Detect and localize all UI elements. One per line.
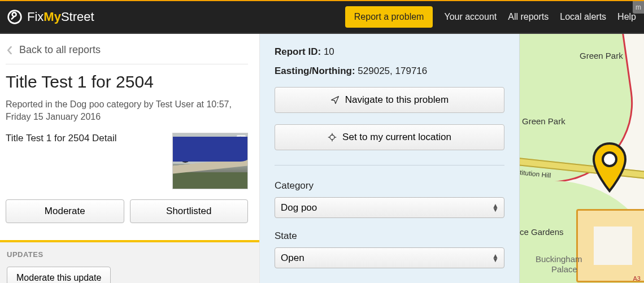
moderate-button[interactable]: Moderate [6, 199, 124, 223]
shortlisted-button[interactable]: Shortlisted [130, 199, 249, 223]
map-label-buckingham: Buckingham [536, 254, 582, 264]
brand-street: Street [61, 10, 94, 24]
app-header: FixMyStreet Report a problem Your accoun… [0, 1, 644, 34]
logo[interactable]: FixMyStreet [7, 9, 94, 25]
map-label-road-a: A3 [633, 275, 641, 282]
svg-line-2 [242, 140, 244, 142]
svg-point-1 [239, 137, 242, 141]
updates-heading: UPDATES [7, 250, 253, 259]
zoom-icon[interactable] [237, 135, 246, 144]
nav-account[interactable]: Your account [444, 12, 497, 22]
easting-northing-line: Easting/Northing: 529025, 179716 [275, 66, 504, 77]
sidebar-details: Report ID: 10 Easting/Northing: 529025, … [260, 34, 520, 283]
report-meta: Reported in the Dog poo category by Test… [6, 98, 248, 123]
nav-all-reports[interactable]: All reports [508, 12, 549, 22]
main-nav: Report a problem Your account All report… [345, 6, 636, 28]
back-link[interactable]: Back to all reports [6, 44, 248, 56]
map-label-green-park-2: Green Park [522, 116, 565, 126]
report-id-value: 10 [324, 46, 334, 57]
corner-tab[interactable]: m [633, 1, 644, 14]
back-link-label: Back to all reports [19, 44, 101, 56]
report-detail: Title Test 1 for 2504 Detail [6, 133, 163, 144]
page-title: Title Test 1 for 2504 [6, 72, 248, 92]
brand-fix: Fix [27, 10, 43, 24]
report-panel: Back to all reports Title Test 1 for 250… [0, 34, 260, 283]
map-label-palace: Palace [551, 264, 577, 274]
chevron-left-icon [6, 46, 14, 54]
pin-icon [592, 142, 627, 193]
navigate-label: Navigate to this problem [345, 94, 449, 106]
report-problem-button[interactable]: Report a problem [345, 6, 433, 28]
updates-section: UPDATES Moderate this update [0, 240, 259, 283]
map-label-green-park: Green Park [580, 51, 623, 60]
moderate-update-button[interactable]: Moderate this update [7, 267, 111, 283]
map-label-palace-gardens: ce Gardens [520, 227, 564, 237]
crosshair-icon [328, 133, 337, 142]
report-photo[interactable] [172, 133, 248, 189]
state-label: State [275, 230, 504, 242]
wrench-icon [7, 9, 23, 25]
map-panel[interactable]: Green Park Green Park titution Hill ce G… [520, 34, 644, 283]
divider [275, 165, 504, 166]
en-label: Easting/Northing: [275, 66, 355, 76]
navigate-button[interactable]: Navigate to this problem [275, 87, 504, 113]
svg-point-10 [603, 153, 616, 166]
set-location-button[interactable]: Set to my current location [275, 124, 504, 150]
report-id-label: Report ID: [275, 46, 321, 57]
category-select[interactable]: Dog poo [275, 197, 504, 218]
navigate-icon [330, 95, 340, 105]
svg-point-5 [330, 135, 334, 140]
divider [6, 64, 248, 64]
report-id-line: Report ID: 10 [275, 46, 504, 58]
set-location-label: Set to my current location [342, 132, 451, 143]
brand-my: My [43, 10, 61, 24]
state-select[interactable]: Open [275, 247, 504, 268]
en-value: 529025, 179716 [358, 66, 427, 76]
nav-local-alerts[interactable]: Local alerts [560, 12, 606, 22]
map-pin[interactable] [592, 142, 627, 193]
category-label: Category [275, 180, 504, 191]
